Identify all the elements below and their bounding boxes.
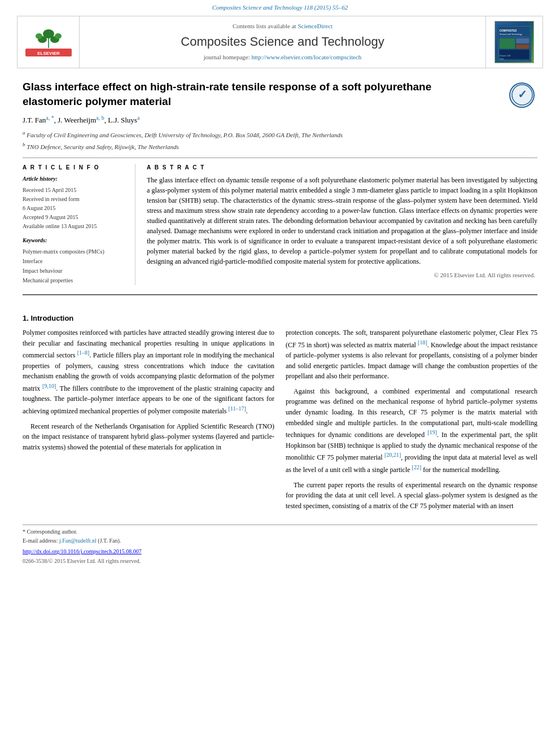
journal-url[interactable]: http://www.elsevier.com/locate/compscite… <box>252 54 362 60</box>
journal-cover-svg: COMPOSITES Science and Technology Volume… <box>497 24 531 63</box>
journal-citation: Composites Science and Technology 118 (2… <box>0 0 560 14</box>
citation-text: Composites Science and Technology 118 (2… <box>212 4 348 11</box>
intro-columns: Polymer composites reinforced with parti… <box>23 327 537 516</box>
email-note: E-mail address: j.Fan@tudelft.nl (J.T. F… <box>23 536 537 545</box>
ref-18[interactable]: [18] <box>418 339 427 346</box>
author2-sup: a, b <box>96 115 104 121</box>
author1-sup: a, * <box>46 115 54 121</box>
intro-left-col: Polymer composites reinforced with parti… <box>23 327 274 516</box>
journal-cover-image: COMPOSITES Science and Technology Volume… <box>495 21 534 63</box>
intro-right-para-1: protection concepts. The soft, transpare… <box>286 327 537 382</box>
author-email-link[interactable]: j.Fan@tudelft.nl <box>59 538 97 544</box>
keyword-1: Polymer-matrix composites (PMCs) <box>23 247 127 256</box>
article-info-abstract-cols: A R T I C L E I N F O Article history: R… <box>23 164 537 286</box>
authors-line: J.T. Fana, *, J. Weerheijma, b, L.J. Slu… <box>23 114 537 126</box>
issn-line: 0266-3538/© 2015 Elsevier Ltd. All right… <box>23 557 537 566</box>
homepage-text: journal homepage: <box>204 54 250 60</box>
intro-right-col: protection concepts. The soft, transpare… <box>286 327 537 516</box>
svg-text:Volume 118: Volume 118 <box>500 55 510 57</box>
intro-para-2: Recent research of the Netherlands Organ… <box>23 421 274 453</box>
section-divider <box>23 294 537 295</box>
abstract-heading: A B S T R A C T <box>147 164 537 172</box>
ref-22[interactable]: [22] <box>412 464 422 470</box>
svg-text:ELSEVIER: ELSEVIER <box>37 51 60 56</box>
journal-homepage-line: journal homepage: http://www.elsevier.co… <box>204 53 362 62</box>
received-revised-label: Received in revised form <box>23 195 127 204</box>
ref-11-17[interactable]: [11–17] <box>229 405 246 412</box>
corresponding-label: * Corresponding author. <box>23 528 77 535</box>
ref-19[interactable]: [19] <box>427 429 437 435</box>
journal-header: ELSEVIER Contents lists available at Sci… <box>17 16 543 68</box>
intro-right-text: protection concepts. The soft, transpare… <box>286 327 537 512</box>
svg-text:2015: 2015 <box>500 58 504 60</box>
email-label-text: E-mail address: <box>23 538 58 544</box>
intro-left-text: Polymer composites reinforced with parti… <box>23 327 274 453</box>
article-title-text: Glass interface effect on high-strain-ra… <box>23 81 431 107</box>
crossmark-badge[interactable]: ✓ <box>506 80 537 111</box>
author1-name: J.T. Fan <box>23 116 46 125</box>
svg-text:COMPOSITES: COMPOSITES <box>500 29 517 32</box>
keyword-4: Mechanical properties <box>23 276 127 285</box>
author3-sup: a <box>137 115 139 121</box>
section1-number: 1. <box>23 314 29 322</box>
journal-info-center: Contents lists available at ScienceDirec… <box>80 16 486 68</box>
contents-available-line: Contents lists available at ScienceDirec… <box>233 22 333 31</box>
doi-line: http://dx.doi.org/10.1016/j.compscitech.… <box>23 548 537 556</box>
svg-rect-13 <box>500 38 515 49</box>
crossmark-icon: ✓ <box>509 82 535 108</box>
svg-point-7 <box>55 33 62 39</box>
contents-text: Contents lists available at <box>233 23 296 29</box>
author3-name: , L.J. Sluys <box>104 116 137 125</box>
section1-title: 1. Introduction <box>23 313 537 324</box>
revised-date: 6 August 2015 <box>23 204 127 213</box>
abstract-col: A B S T R A C T The glass interface effe… <box>147 164 537 286</box>
header-divider <box>23 158 537 158</box>
svg-rect-15 <box>516 45 529 49</box>
keyword-3: Impact behaviour <box>23 266 127 276</box>
svg-rect-14 <box>516 38 529 43</box>
article-title-block: Glass interface effect on high-strain-ra… <box>23 80 537 108</box>
author2-name: , J. Weerheijm <box>54 116 97 125</box>
ref-20-21[interactable]: [20,21] <box>384 452 401 458</box>
svg-text:Science and Technology: Science and Technology <box>500 33 522 36</box>
main-article-content: 1. Introduction Polymer composites reinf… <box>0 310 560 576</box>
abstract-text: The glass interface effect on dynamic te… <box>147 175 537 267</box>
doi-link[interactable]: http://dx.doi.org/10.1016/j.compscitech.… <box>23 548 142 554</box>
accepted-date: Accepted 9 August 2015 <box>23 213 127 222</box>
history-label: Article history: <box>23 175 127 184</box>
keywords-label: Keywords: <box>23 237 127 245</box>
journal-cover-area: COMPOSITES Science and Technology Volume… <box>486 16 542 68</box>
affiliation-a: a Faculty of Civil Engineering and Geosc… <box>23 129 537 140</box>
ref-9-10[interactable]: [9,10] <box>42 383 56 389</box>
intro-right-para-3: The current paper reports the results of… <box>286 480 537 512</box>
elsevier-logo-area: ELSEVIER <box>18 16 80 68</box>
abstract-paragraph: The glass interface effect on dynamic te… <box>147 175 537 267</box>
ref-1-8[interactable]: [1–8] <box>77 350 90 356</box>
copyright-text: © 2015 Elsevier Ltd. All rights reserved… <box>147 271 537 280</box>
intro-right-para-2: Against this background, a combined expe… <box>286 386 537 475</box>
paper-content: Glass interface effect on high-strain-ra… <box>0 71 560 310</box>
affiliation-b-text: TNO Defence, Security and Safety, Rijswi… <box>27 143 178 150</box>
received-date: Received 15 April 2015 <box>23 186 127 195</box>
journal-title: Composites Science and Technology <box>181 33 384 51</box>
affiliation-a-text: Faculty of Civil Engineering and Geoscie… <box>27 132 343 138</box>
intro-para-1: Polymer composites reinforced with parti… <box>23 327 274 417</box>
svg-text:✓: ✓ <box>517 88 527 101</box>
article-info-inner: A R T I C L E I N F O Article history: R… <box>23 164 135 286</box>
sciencedirect-link[interactable]: ScienceDirect <box>298 23 333 29</box>
available-date: Available online 13 August 2015 <box>23 222 127 231</box>
affiliation-b: b TNO Defence, Security and Safety, Rijs… <box>23 141 537 152</box>
article-info-col: A R T I C L E I N F O Article history: R… <box>23 164 135 286</box>
email-person-text: (J.T. Fan). <box>98 538 121 544</box>
keyword-2: Interface <box>23 256 127 266</box>
elsevier-logo-icon: ELSEVIER <box>25 27 72 56</box>
footer-divider <box>23 525 537 525</box>
svg-point-6 <box>36 33 42 39</box>
article-info-heading: A R T I C L E I N F O <box>23 164 127 172</box>
crossmark-svg: ✓ <box>511 84 533 106</box>
corresponding-author-note: * Corresponding author. <box>23 527 537 536</box>
section1-title-text: Introduction <box>30 314 73 322</box>
